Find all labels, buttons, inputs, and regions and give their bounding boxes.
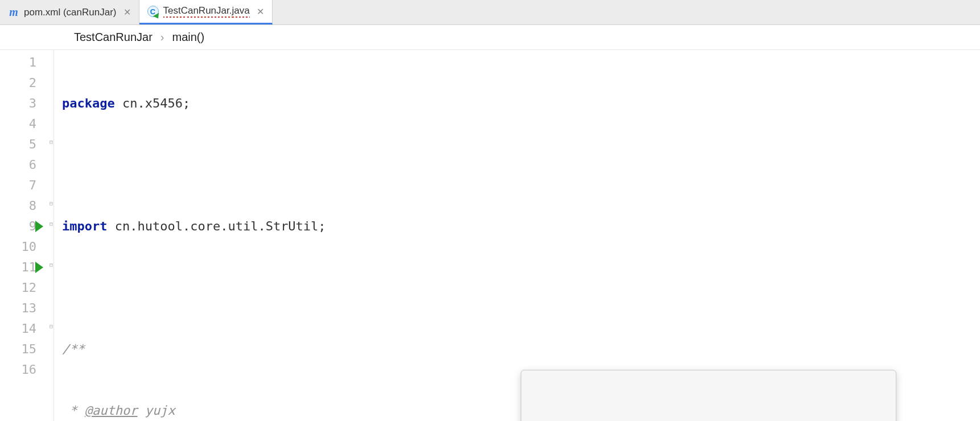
completion-item-name: lambda [532,417,577,421]
import-path: cn.hutool.core.util.StrUtil; [115,219,326,233]
close-icon[interactable]: ✕ [257,6,264,17]
close-icon[interactable]: ✕ [123,7,131,18]
line-number: 4 [0,114,49,134]
editor-tabs: m pom.xml (canRunJar) ✕ C TestCanRunJar.… [0,0,980,25]
gutter: 1 2 3 4 5 6 7 8 9 10 11 12 13 14 15 16 ⊟… [0,50,53,421]
line-number: 14 [0,319,49,339]
maven-icon: m [8,7,19,18]
line-number: 2 [0,73,49,93]
tab-label: TestCanRunJar.java [163,5,250,18]
line-number: 6 [0,155,49,175]
package-path: cn.x5456; [122,96,190,110]
code-area[interactable]: package cn.x5456; import cn.hutool.core.… [53,50,980,421]
line-number: 5 [0,134,49,155]
chevron-right-icon: › [160,31,164,44]
line-number: 10 [0,237,49,257]
line-number: 3 [0,93,49,114]
line-number: 7 [0,175,49,196]
breadcrumb[interactable]: TestCanRunJar › main() [0,25,980,50]
javadoc-star: * [62,403,85,418]
line-number: 13 [0,298,49,319]
tab-label: pom.xml (canRunJar) [24,7,117,18]
javadoc-open: /** [62,342,85,356]
line-number: 15 [0,339,49,360]
javadoc-tag-author: @author [85,403,138,418]
java-class-icon: C [147,6,159,17]
line-number: 16 [0,360,49,380]
completion-item[interactable]: lambda () -> expr [521,411,896,421]
tab-pom-xml[interactable]: m pom.xml (canRunJar) ✕ [0,0,139,24]
line-number: 1 [0,52,49,73]
keyword: package [62,96,115,110]
code-editor[interactable]: 1 2 3 4 5 6 7 8 9 10 11 12 13 14 15 16 ⊟… [0,50,980,421]
line-number: 8 [0,196,49,216]
breadcrumb-method[interactable]: main() [172,31,205,44]
run-gutter-icon[interactable] [35,262,43,273]
javadoc-value: yujx [137,403,175,418]
keyword: import [62,219,107,233]
breadcrumb-class[interactable]: TestCanRunJar [74,31,153,44]
run-gutter-icon[interactable] [35,221,43,232]
completion-item-type: () -> expr [795,417,886,421]
tab-testcanrunjar[interactable]: C TestCanRunJar.java ✕ [139,0,273,24]
line-number: 12 [0,278,49,298]
completion-popup[interactable]: lambda () -> expr 按 ⌃. 选择所选（或第一个）建议，然后插入… [521,370,896,421]
